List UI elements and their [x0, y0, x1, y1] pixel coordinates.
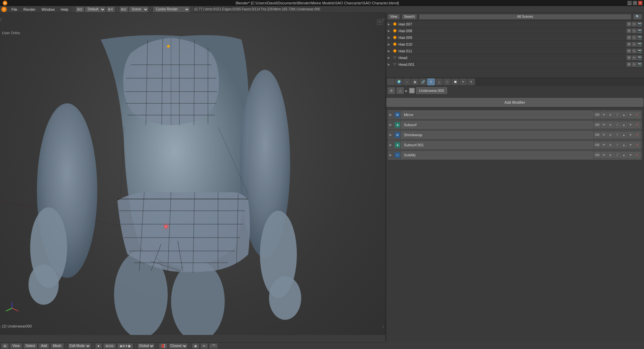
mod-render-btn[interactable]: ⌨: [594, 132, 600, 138]
properties-icon-2[interactable]: △: [396, 87, 404, 94]
modifier-name-label[interactable]: Solidify: [401, 152, 593, 158]
outliner-search-btn[interactable]: Search: [402, 14, 417, 19]
modifier-name-label[interactable]: Mirror: [401, 111, 593, 118]
prop-tab-constraints[interactable]: 🔗: [419, 79, 427, 85]
viewport-icon-btn[interactable]: ⊞: [1, 343, 9, 349]
object-name[interactable]: Underwear.000: [416, 87, 447, 94]
layout-select[interactable]: Default: [85, 6, 106, 12]
outliner-scene-btn[interactable]: All Scenes: [419, 14, 631, 19]
mesh-btn[interactable]: Mesh: [51, 343, 63, 349]
mod-render-btn[interactable]: ⌨: [594, 112, 600, 118]
prop-tab-texture[interactable]: 🔲: [451, 79, 459, 85]
snap-mode[interactable]: Closest: [169, 343, 187, 349]
outliner-item-hair008[interactable]: ▶ 🔶 Hair.008 👁 ↖ 📷: [386, 28, 644, 34]
layout-icons[interactable]: ⊞⊡: [75, 6, 84, 12]
mod-apply-btn[interactable]: ▽: [614, 132, 620, 138]
mod-down-btn[interactable]: ▼: [628, 152, 634, 158]
renderer-select[interactable]: Cycles Render: [153, 6, 190, 12]
mod-delete-btn[interactable]: ✕: [634, 142, 640, 148]
render-mode-icons[interactable]: ⊞⊡: [119, 6, 128, 12]
shading-btns[interactable]: ◉⊕✦▣: [117, 343, 133, 349]
mod-render-btn[interactable]: ⌨: [594, 142, 600, 148]
mod-cage-btn[interactable]: ⊕: [607, 122, 613, 128]
mod-delete-btn[interactable]: ✕: [634, 132, 640, 138]
transform-orientation[interactable]: Global: [138, 343, 155, 349]
mod-render-btn[interactable]: ⌨: [594, 152, 600, 158]
proportional-btn[interactable]: ◉: [192, 343, 199, 349]
mod-up-btn[interactable]: ▲: [621, 112, 627, 118]
close-button[interactable]: ✕: [638, 1, 643, 5]
select-btn[interactable]: Select: [23, 343, 38, 349]
mod-visible-btn[interactable]: 👁: [601, 132, 607, 138]
mod-up-btn[interactable]: ▲: [621, 152, 627, 158]
modifier-name-label[interactable]: Subsurf: [401, 121, 593, 128]
prop-tab-object[interactable]: ▣: [411, 79, 419, 85]
selectable-icon[interactable]: ↖: [632, 49, 637, 53]
opengl-btn[interactable]: 🎬: [209, 343, 218, 349]
mod-up-btn[interactable]: ▲: [621, 142, 627, 148]
render-icon[interactable]: 📷: [637, 55, 642, 60]
mode-select[interactable]: Edit Mode: [68, 343, 91, 349]
help-menu[interactable]: Help: [58, 7, 71, 12]
mod-apply-btn[interactable]: ▽: [614, 112, 620, 118]
visibility-icon[interactable]: 👁: [627, 22, 631, 27]
layout-right-icons[interactable]: ⊞✕: [106, 6, 115, 12]
mod-delete-btn[interactable]: ✕: [634, 112, 640, 118]
visibility-icon[interactable]: 👁: [627, 42, 631, 47]
panel-divider[interactable]: [385, 13, 386, 342]
blender-icon-btn[interactable]: B: [1, 7, 7, 12]
render-icon[interactable]: 📷: [637, 35, 642, 40]
visibility-icon[interactable]: 👁: [627, 55, 631, 60]
outliner-search-icon[interactable]: 🔍: [633, 14, 642, 19]
render-icon[interactable]: 📷: [637, 62, 642, 67]
selectable-icon[interactable]: ↖: [632, 22, 637, 27]
render-icon[interactable]: 📷: [637, 49, 642, 53]
visibility-icon[interactable]: 👁: [627, 62, 631, 67]
mod-up-btn[interactable]: ▲: [621, 122, 627, 128]
mod-visible-btn[interactable]: 👁: [601, 122, 607, 128]
mod-down-btn[interactable]: ▼: [628, 122, 634, 128]
selectable-icon[interactable]: ↖: [632, 42, 637, 47]
render-menu[interactable]: Render: [21, 7, 38, 12]
properties-icon-1[interactable]: ⊞: [388, 87, 395, 94]
add-modifier-button[interactable]: Add Modifier: [386, 98, 643, 107]
viewport-3d[interactable]: User Ortho + X Y Z (2) Underwear000: [0, 13, 386, 335]
mod-visible-btn[interactable]: 👁: [601, 112, 607, 118]
prop-tab-material[interactable]: ⬡: [443, 79, 451, 85]
modifier-name-label[interactable]: Shrinkwrap: [401, 132, 593, 138]
prop-tab-scene[interactable]: 🌍: [395, 79, 402, 85]
mod-down-btn[interactable]: ▼: [628, 142, 634, 148]
mod-delete-btn[interactable]: ✕: [634, 152, 640, 158]
outliner-item-head[interactable]: ▶ ▽ Head 👁 ↖ 📷: [386, 54, 644, 61]
mod-visible-btn[interactable]: 👁: [601, 142, 607, 148]
visibility-icon[interactable]: 👁: [627, 29, 631, 33]
visibility-icon[interactable]: 👁: [627, 35, 631, 40]
mod-visible-btn[interactable]: 👁: [601, 152, 607, 158]
file-menu[interactable]: File: [9, 7, 20, 12]
selectable-icon[interactable]: ↖: [632, 29, 637, 33]
view-mode-icons[interactable]: ⊞⊡⊟: [103, 343, 116, 349]
viewport-icon-1[interactable]: +: [377, 19, 382, 25]
render-icon[interactable]: 📷: [637, 42, 642, 47]
modifier-collapse-arrow[interactable]: ▶: [389, 143, 393, 147]
mod-cage-btn[interactable]: ⊕: [607, 142, 613, 148]
render-icon[interactable]: 📷: [637, 29, 642, 33]
prop-tab-particles[interactable]: ✦: [460, 79, 467, 85]
selectable-icon[interactable]: ↖: [632, 35, 637, 40]
visibility-icon[interactable]: 👁: [627, 49, 631, 53]
pivot-btn[interactable]: ●: [95, 343, 102, 349]
modifier-collapse-arrow[interactable]: ▶: [389, 123, 393, 127]
mod-apply-btn[interactable]: ▽: [614, 142, 620, 148]
selectable-icon[interactable]: ↖: [632, 55, 637, 60]
modifier-collapse-arrow[interactable]: ▶: [389, 153, 393, 157]
mod-render-btn[interactable]: ⌨: [594, 122, 600, 128]
selectable-icon[interactable]: ↖: [632, 62, 637, 67]
outliner-item-hair009[interactable]: ▶ 🔶 Hair.009 👁 ↖ 📷: [386, 34, 644, 41]
minimize-button[interactable]: _: [627, 1, 632, 5]
prop-tab-render[interactable]: 🎥: [387, 79, 394, 85]
scene-select[interactable]: Scene: [129, 6, 149, 12]
prop-tab-data[interactable]: △: [435, 79, 443, 85]
outliner-item-hair011[interactable]: ▶ 🔶 Hair.011 👁 ↖ 📷: [386, 48, 644, 54]
outliner-item-head001[interactable]: ▶ ▽ Head.001 👁 ↖ 📷: [386, 61, 644, 68]
mod-down-btn[interactable]: ▼: [628, 132, 634, 138]
